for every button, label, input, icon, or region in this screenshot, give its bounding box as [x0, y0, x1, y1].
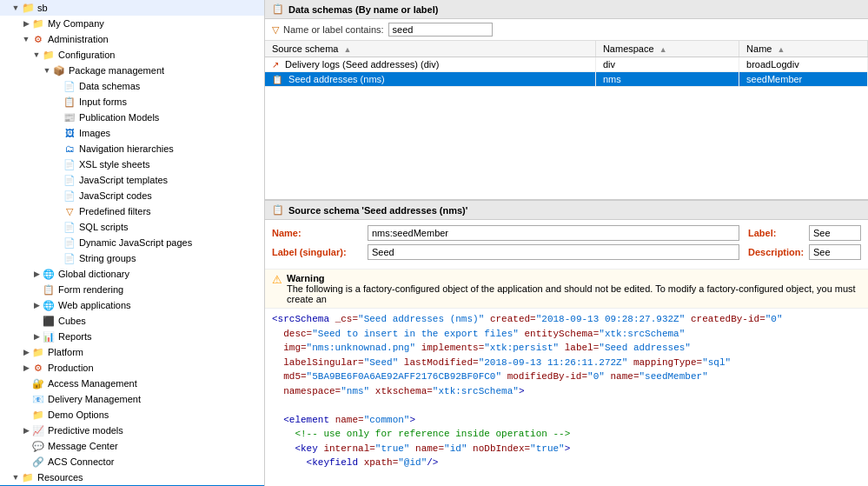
label-label: Label:: [748, 228, 809, 238]
sidebar-item-cubes[interactable]: ⬛ Cubes: [0, 313, 264, 329]
expand-icon[interactable]: ▶: [21, 19, 31, 28]
sidebar-item-form-rendering[interactable]: 📋 Form rendering: [0, 282, 264, 297]
warning-heading: Warning: [287, 273, 325, 283]
sidebar-item-web-applications[interactable]: ▶ 🌐 Web applications: [0, 297, 264, 313]
sidebar-item-root[interactable]: ▼ 📁 sb: [0, 0, 264, 16]
js-codes-icon: 📄: [63, 189, 76, 203]
expand-icon[interactable]: ▶: [21, 348, 31, 356]
label-input[interactable]: [809, 225, 861, 241]
expand-icon[interactable]: ▶: [31, 332, 42, 341]
row-icon-selected: 📋: [272, 75, 282, 84]
code-line-blank: [272, 398, 861, 413]
message-center-label: Message Center: [48, 441, 118, 451]
sidebar-item-sql-scripts[interactable]: 📄 SQL scripts: [0, 219, 264, 235]
admin-icon: ⚙: [31, 32, 45, 46]
sidebar-item-input-forms[interactable]: 📋 Input forms: [0, 94, 264, 110]
global-dictionary-label: Global dictionary: [58, 269, 129, 279]
sidebar-item-predefined-filters[interactable]: ▽ Predefined filters: [0, 203, 264, 219]
predefined-filters-icon: ▽: [63, 204, 76, 218]
sidebar-item-string-groups[interactable]: 📄 String groups: [0, 250, 264, 266]
panel-title: Data schemas (By name or label): [288, 4, 438, 15]
sidebar-item-resources[interactable]: ▼ 📁 Resources: [0, 469, 264, 485]
sidebar-item-navigation-hierarchies[interactable]: 🗂 Navigation hierarchies: [0, 141, 264, 156]
description-input[interactable]: [809, 244, 861, 260]
col-header-source-schema[interactable]: Source schema ▲: [265, 41, 595, 57]
col-header-name[interactable]: Name ▲: [739, 41, 868, 57]
namespace-cell: div: [595, 57, 739, 72]
js-templates-icon: 📄: [63, 173, 76, 187]
sidebar-item-reports[interactable]: ▶ 📊 Reports: [0, 329, 264, 344]
expand-icon[interactable]: ▼: [21, 35, 31, 43]
xsl-icon: 📄: [63, 157, 76, 171]
row-icon: ↗: [272, 60, 279, 70]
sql-label: SQL scripts: [79, 222, 128, 232]
expand-icon[interactable]: ▼: [10, 3, 21, 12]
code-area[interactable]: <srcSchema _cs="Seed addresses (nms)" cr…: [265, 309, 868, 486]
string-groups-label: String groups: [79, 253, 136, 263]
expand-icon[interactable]: ▶: [31, 270, 42, 278]
expand-icon[interactable]: ▼: [10, 473, 21, 482]
predictive-icon: 📈: [31, 423, 45, 437]
input-forms-icon: 📋: [63, 95, 76, 109]
sidebar-item-configuration[interactable]: ▼ 📁 Configuration: [0, 47, 264, 63]
code-line-2: desc="Seed to insert in the export files…: [272, 327, 861, 342]
expand-icon[interactable]: ▼: [31, 50, 42, 59]
name-cell: broadLogdiv: [739, 57, 868, 72]
expand-icon[interactable]: ▼: [42, 66, 52, 75]
production-icon: ⚙: [31, 361, 45, 375]
code-line-1: <srcSchema _cs="Seed addresses (nms)" cr…: [272, 312, 861, 327]
source-schema-panel: 📋 Source schema 'Seed addresses (nms)' N…: [265, 200, 868, 486]
sidebar-item-images[interactable]: 🖼 Images: [0, 125, 264, 141]
xsl-label: XSL style sheets: [79, 159, 150, 170]
sidebar-item-package-management[interactable]: ▼ 📦 Package management: [0, 63, 264, 78]
acs-connector-label: ACS Connector: [48, 456, 114, 467]
sidebar-item-demo-options[interactable]: 📁 Demo Options: [0, 407, 264, 423]
table-row[interactable]: ↗ Delivery logs (Seed addresses) (div) d…: [265, 57, 868, 72]
sidebar-item-javascript-templates[interactable]: 📄 JavaScript templates: [0, 172, 264, 188]
sidebar-item-predictive-models[interactable]: ▶ 📈 Predictive models: [0, 423, 264, 438]
expand-icon[interactable]: ▶: [31, 301, 42, 310]
right-panel: 📋 Data schemas (By name or label) ▽ Name…: [265, 0, 868, 486]
source-panel-title-text: Source schema 'Seed addresses (nms)': [288, 205, 467, 216]
root-label: sb: [37, 3, 48, 13]
sidebar-item-data-schemas[interactable]: 📄 Data schemas: [0, 78, 264, 94]
resources-label: Resources: [37, 472, 83, 483]
sidebar-item-message-center[interactable]: 💬 Message Center: [0, 438, 264, 454]
sort-icon: ▲: [777, 45, 785, 54]
delivery-management-label: Delivery Management: [48, 394, 141, 404]
sidebar-item-platform[interactable]: ▶ 📁 Platform: [0, 344, 264, 360]
table-row-selected[interactable]: 📋 Seed addresses (nms) nms seedMember: [265, 72, 868, 87]
filter-label: Name or label contains:: [283, 24, 384, 35]
web-apps-icon: 🌐: [42, 298, 56, 312]
sidebar-item-administration[interactable]: ▼ ⚙ Administration: [0, 31, 264, 47]
expand-icon[interactable]: ▶: [21, 363, 31, 372]
sort-icon: ▲: [344, 45, 352, 54]
warning-text: The following is a factory-configured ob…: [287, 283, 856, 304]
sidebar-item-publication-models[interactable]: 📰 Publication Models: [0, 110, 264, 125]
sidebar-item-dynamic-js-pages[interactable]: 📄 Dynamic JavaScript pages: [0, 235, 264, 250]
production-label: Production: [48, 363, 94, 373]
demo-options-label: Demo Options: [48, 409, 109, 420]
expand-icon[interactable]: ▶: [21, 426, 31, 435]
filter-input[interactable]: [388, 23, 493, 37]
sidebar-item-access-management[interactable]: 🔐 Access Management: [0, 376, 264, 391]
sql-icon: 📄: [63, 220, 76, 234]
sidebar-item-global-dictionary[interactable]: ▶ 🌐 Global dictionary: [0, 266, 264, 282]
cubes-label: Cubes: [58, 316, 86, 326]
sidebar-item-production[interactable]: ▶ ⚙ Production: [0, 360, 264, 376]
sidebar-item-xsl-style-sheets[interactable]: 📄 XSL style sheets: [0, 156, 264, 172]
sidebar-item-delivery-management[interactable]: 📧 Delivery Management: [0, 391, 264, 407]
predictive-models-label: Predictive models: [48, 425, 123, 436]
main-layout: ▼ 📁 sb ▶ 📁 My Company ▼ ⚙ Administration…: [0, 0, 868, 486]
sidebar-item-javascript-codes[interactable]: 📄 JavaScript codes: [0, 188, 264, 203]
sidebar-item-my-company[interactable]: ▶ 📁 My Company: [0, 16, 264, 31]
name-row: Name: Label:: [272, 225, 861, 241]
code-line-5: md5="5BA9BE6F0A6AE92AFF2176CB92BF0FC0" m…: [272, 369, 861, 384]
name-input[interactable]: [368, 225, 739, 241]
col-header-namespace[interactable]: Namespace ▲: [595, 41, 739, 57]
panel-title-bar: 📋 Data schemas (By name or label): [265, 0, 868, 19]
table-container: Source schema ▲ Namespace ▲ Name ▲: [265, 41, 868, 199]
config-icon: 📁: [42, 48, 56, 62]
sidebar-item-acs-connector[interactable]: 🔗 ACS Connector: [0, 454, 264, 469]
label-singular-input[interactable]: [368, 244, 739, 260]
